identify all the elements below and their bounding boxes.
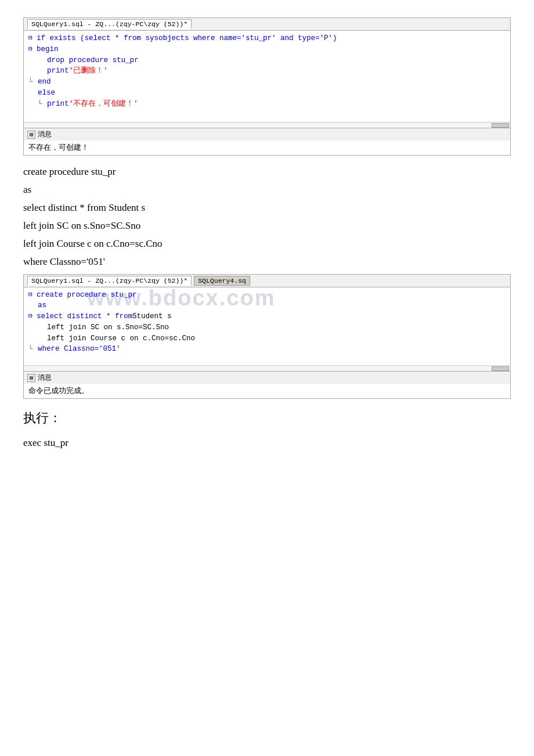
prose-section-1: create procedure stu_pr as select distin… [23,164,511,270]
prose-line: where Classno='051' [23,254,511,271]
message-icon: ▤ [27,131,35,139]
prose-line-exec: exec stu_pr [23,435,511,452]
gutter-icon: ⊟ [28,33,35,43]
window2-container: www.bdocx.com SQLQuery1.sql - ZQ...(zqy-… [23,274,511,399]
tab-2-inactive[interactable]: SQLQuery4.sq [194,276,250,286]
code-line: left join SC on s.Sno=SC.Sno [28,322,506,333]
prose-section-2: exec stu_pr [23,435,511,452]
code-line: └ where Classno='051' [28,344,506,355]
gutter-icon: ⊟ [28,290,35,300]
code-body-1: ⊟ if exists (select * from sysobjects wh… [24,31,510,122]
tab-1-active[interactable]: SQLQuery1.sql - ZQ...(zqy-PC\zqy (52))* [27,19,192,29]
tab-bar-1: SQLQuery1.sql - ZQ...(zqy-PC\zqy (52))* [24,18,510,31]
code-window-1: SQLQuery1.sql - ZQ...(zqy-PC\zqy (52))* … [23,17,511,156]
code-line: else [28,88,506,99]
scrollbar-area[interactable] [24,122,510,128]
prose-line: select distinct * from Student s [23,200,511,217]
code-window-2: SQLQuery1.sql - ZQ...(zqy-PC\zqy (52))* … [23,274,511,399]
code-line: ⊟ create procedure stu_pr [28,290,506,301]
tab-2-active[interactable]: SQLQuery1.sql - ZQ...(zqy-PC\zqy (52))* [27,276,192,286]
code-line: ⊟ if exists (select * from sysobjects wh… [28,33,506,44]
code-line: └ end [28,77,506,88]
gutter-icon: └ [38,99,45,110]
code-body-2: ⊟ create procedure stu_pr as ⊟ select di… [24,287,510,366]
prose-line: create procedure stu_pr [23,164,511,181]
messages-output-1: 不存在，可创建！ [28,144,89,152]
code-line: print '已删除！' [28,66,506,77]
messages-content-2: 命令已成功完成。 [24,384,510,398]
messages-label-2: 消息 [38,373,52,383]
scrollbar-thumb-2[interactable] [492,366,509,371]
code-line: drop procedure stu_pr [28,55,506,66]
code-line: left join Course c on c.Cno=sc.Cno [28,333,506,344]
section-heading: 执行： [23,409,511,427]
gutter-icon [28,88,35,99]
gutter-icon: └ [28,77,35,88]
gutter-icon: ⊟ [28,44,35,54]
messages-bar-2: ▤ 消息 [24,371,510,384]
code-line: └ print '不存在，可创建！' [28,99,506,110]
messages-output-2: 命令已成功完成。 [28,387,89,395]
tab-bar-2: SQLQuery1.sql - ZQ...(zqy-PC\zqy (52))* … [24,275,510,287]
prose-line: left join Course c on c.Cno=sc.Cno [23,236,511,253]
messages-content-1: 不存在，可创建！ [24,141,510,155]
code-line: ⊟ select distinct * from Student s [28,311,506,322]
scrollbar-area-2[interactable] [24,365,510,371]
message-icon-2: ▤ [27,374,35,382]
messages-bar-1: ▤ 消息 [24,128,510,141]
prose-line: left join SC on s.Sno=SC.Sno [23,218,511,235]
prose-line: as [23,182,511,199]
messages-label: 消息 [38,129,52,139]
code-line: as [28,300,506,311]
scrollbar-thumb[interactable] [492,123,509,128]
gutter-icon: ⊟ [28,311,35,321]
gutter-icon: └ [28,344,35,355]
code-line: ⊟ begin [28,44,506,55]
